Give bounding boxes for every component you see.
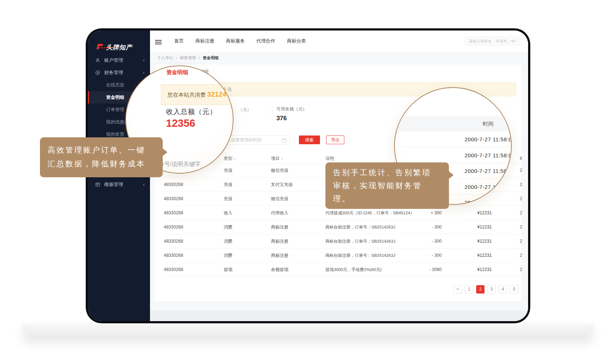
finance-icon: [95, 70, 101, 76]
cell-type: 消费: [224, 234, 232, 248]
cell-amount: - 300: [411, 220, 442, 234]
search-input[interactable]: [465, 37, 520, 45]
cell-time: 2000-7-27 11:58:03: [520, 163, 522, 178]
sidebar-group-label-template: 模板管理: [104, 181, 123, 188]
nav-item-3[interactable]: 代理合作: [256, 38, 275, 44]
cell-type: 消费: [224, 248, 232, 263]
cell-type: 充值: [224, 192, 232, 206]
cell-order: 48330268: [164, 248, 183, 263]
cell-project: 微信充值: [271, 192, 288, 206]
table-row: 48330268消费商标注册商标自助注册，订单号：SB2514263J- 300…: [155, 234, 522, 248]
menu-icon[interactable]: [155, 39, 162, 45]
chevron-down-icon: ∨: [142, 183, 145, 186]
cell-balance: ¥12231: [465, 263, 492, 277]
cell-project: 支付宝充值: [271, 178, 293, 192]
table-row: 48330268消费商标注册商标自助注册，订单号：SB2514263J- 300…: [155, 248, 522, 263]
cell-order: 48330268: [164, 263, 183, 277]
header-project[interactable]: 项目∨: [271, 153, 283, 164]
magnified-income-label: 收入总额（元）: [166, 107, 217, 117]
table-row: 48330268提现余额提现提现3000元，手续费2%(60元)- 3060¥1…: [155, 263, 522, 277]
cell-time: 2000-7-27 11:58:03: [520, 234, 522, 248]
pagination: <12345: [454, 285, 518, 294]
pagination-page-2[interactable]: 2: [476, 285, 485, 294]
magnified-time-row: 2000-7-27 11:58:03: [395, 147, 511, 163]
cell-order: 48330268: [164, 192, 183, 206]
callout-left: 高效管理账户订单、一键 汇总数据，降低财务成本: [40, 137, 163, 177]
breadcrumb-separator: >: [198, 56, 200, 60]
cell-time: 2000-7-27 11:58:03: [520, 178, 522, 192]
magnified-time-header: 时间: [483, 116, 494, 132]
user-icon: [95, 58, 101, 63]
sort-chevron-icon: ∨: [281, 157, 283, 161]
top-navbar: 首页商标注册商标服务代理合作商标分类: [150, 31, 528, 52]
cell-project: 商标注册: [271, 234, 288, 248]
expense-unit-label: （元）: [238, 107, 251, 113]
breadcrumb-item-0[interactable]: 个人中心: [157, 56, 173, 60]
logo-tagline-dots: [100, 47, 122, 48]
cell-project: 余额提现: [271, 263, 288, 277]
magnified-banner: 您在本站共消费 32124 大: [161, 84, 234, 105]
sidebar-group-finance[interactable]: 财务管理∧: [88, 66, 150, 79]
top-nav-links: 首页商标注册商标服务代理合作商标分类: [174, 31, 306, 52]
cell-time: 2000-7-27 11:58:03: [520, 192, 522, 206]
cell-order: 48330268: [164, 206, 183, 220]
magnified-time-value: 2000-7-27 11:58:03: [465, 132, 512, 147]
sidebar-group-label-finance: 财务管理: [104, 69, 123, 76]
nav-item-2[interactable]: 商标服务: [226, 38, 245, 44]
callout-right-text: 告别手工统计、告别繁琐 审核，实现智能财务管 理。: [325, 162, 449, 209]
pagination-page-4[interactable]: 4: [499, 285, 507, 294]
header-type[interactable]: 类型∨: [224, 153, 236, 164]
cell-project: 商标注册: [271, 248, 288, 263]
cell-type: 提现: [224, 263, 232, 277]
cell-project: 商标注册: [271, 220, 288, 234]
nav-item-4[interactable]: 商标分类: [287, 38, 306, 44]
breadcrumb-item-2: 资金明细: [203, 56, 219, 60]
sidebar-group-label-user: 账户管理: [104, 57, 123, 64]
cell-amount: - 300: [411, 248, 442, 263]
cell-time: 2000-7-27 11:58:03: [520, 263, 522, 277]
magnified-banner-prefix: 您在本站共消费: [167, 92, 206, 98]
stats-divider: [272, 101, 272, 122]
sort-chevron-icon: ∨: [234, 157, 236, 161]
pagination-page-3[interactable]: 3: [487, 285, 496, 294]
sidebar-group-user[interactable]: 账户管理∨: [88, 54, 150, 66]
cell-balance: ¥12231: [465, 206, 492, 220]
pagination-page-5[interactable]: 5: [510, 285, 518, 294]
cell-balance: ¥12231: [465, 248, 492, 263]
callout-right: 告别手工统计、告别繁琐 审核，实现智能财务管 理。: [325, 162, 449, 209]
sidebar-group-template[interactable]: 模板管理∨: [88, 178, 150, 191]
stage: 头牌知产 账户管理∨财务管理∧在线充值资金明细订单管理我的优惠券我的发票模板管理…: [0, 0, 616, 364]
table-row: 48330268消费商标注册商标自助注册，订单号：SB2514263J- 300…: [155, 220, 522, 234]
magnified-time-header-band: 时间: [395, 116, 511, 132]
cell-time: 2000-7-27 11:58:03: [520, 248, 522, 263]
breadcrumb-item-1[interactable]: 财务管理: [180, 56, 196, 60]
consumption-unit: 元: [227, 87, 232, 92]
cell-amount: - 300: [411, 234, 442, 248]
cell-type: 收入: [224, 206, 232, 220]
magnified-time-row: 2000-7-27 11:58:03: [395, 132, 511, 147]
pagination-prev-button[interactable]: <: [454, 285, 462, 294]
template-icon: [95, 182, 101, 187]
cell-time: 2000-7-27 11:58:03: [520, 206, 522, 220]
nav-item-0[interactable]: 首页: [174, 38, 184, 44]
available-balance-stat: 可用余额（元） 376: [276, 106, 307, 122]
calendar-icon[interactable]: [282, 138, 287, 144]
callout-left-text: 高效管理账户订单、一键 汇总数据，降低财务成本: [40, 137, 163, 177]
export-button[interactable]: 导出: [326, 136, 344, 144]
magnified-time-value: 2000-7-27 11:58:03: [465, 147, 512, 163]
cell-order: 48330268: [164, 234, 183, 248]
cell-amount: - 3060: [411, 263, 442, 277]
cell-order: 48330268: [164, 220, 183, 234]
cell-time: 2000-7-27 11:58:03: [520, 220, 522, 234]
search-button[interactable]: 搜索: [299, 136, 320, 144]
cell-type: 充值: [224, 178, 232, 192]
cell-project: 微信充值: [271, 163, 288, 178]
available-balance-value: 376: [276, 115, 307, 122]
magnified-income-value: 12356: [166, 117, 195, 129]
magnified-banner-amount: 32124: [207, 90, 226, 98]
pagination-page-1[interactable]: 1: [465, 285, 473, 294]
bottom-strip: [150, 310, 528, 321]
chevron-up-icon: ∧: [142, 71, 145, 74]
laptop-base: [22, 323, 594, 336]
nav-item-1[interactable]: 商标注册: [195, 38, 214, 44]
